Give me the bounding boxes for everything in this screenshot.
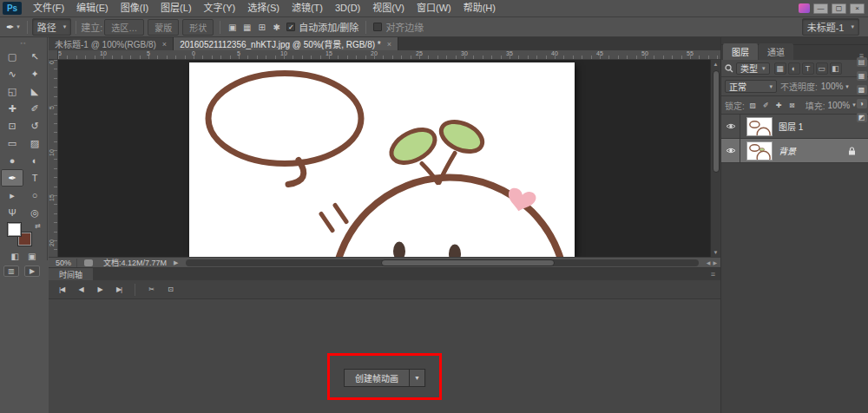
dock-history-panel-icon[interactable]: ▤ <box>857 57 867 67</box>
document-preset-select[interactable]: 未标题-1 ▾ <box>802 18 859 36</box>
scroll-left-icon[interactable]: ◀ <box>707 259 711 266</box>
previous-frame-button[interactable]: ◀ <box>71 282 90 298</box>
menu-item[interactable]: 3D(D) <box>329 0 366 16</box>
spot-healing-tool-icon[interactable]: ✚ <box>1 100 23 117</box>
split-clip-icon[interactable]: ✂ <box>141 282 161 298</box>
blend-mode-select[interactable]: 正常 ▾ <box>725 80 777 93</box>
document-tab[interactable]: 20160521112356_nhKTJ.jpg @ 50%(背景, RGB/8… <box>174 37 398 50</box>
opacity-field[interactable]: 100% ▾ <box>821 82 849 91</box>
timeline-menu-icon[interactable]: ≡ <box>711 268 720 280</box>
panel-tab[interactable]: 图层 <box>723 43 758 60</box>
zoom-tool-icon[interactable]: ◎ <box>23 204 46 221</box>
fill-field[interactable]: 100% ▾ <box>828 101 856 110</box>
canvas-pasteboard[interactable] <box>58 60 710 257</box>
align-edges-checkbox[interactable] <box>373 23 382 31</box>
restore-button[interactable]: ▢ <box>832 3 846 14</box>
history-brush-tool-icon[interactable]: ↺ <box>23 117 46 134</box>
menu-item[interactable]: 图像(I) <box>115 0 155 16</box>
path-operations-icon[interactable]: ▣ <box>225 20 240 34</box>
layer-row-layer1[interactable]: 图层 1 <box>721 115 868 139</box>
status-flyout-icon[interactable]: ▶ <box>174 259 178 266</box>
visibility-eye-icon[interactable] <box>721 139 740 162</box>
tool-mode-select[interactable]: 路径 ▾ <box>32 18 72 36</box>
filter-type-select[interactable]: 类型 ▾ <box>736 62 770 75</box>
make-selection-button[interactable]: 选区… <box>104 19 144 36</box>
panel-tab[interactable]: 通道 <box>759 43 793 60</box>
tool-preset-picker[interactable]: ✒ ▾ <box>3 22 23 33</box>
dock-styles-panel-icon[interactable]: ◩ <box>857 113 867 122</box>
layer-name[interactable]: 背景 <box>779 144 796 157</box>
menu-item[interactable]: 文件(F) <box>27 0 70 16</box>
zoom-level-field[interactable]: 50% <box>50 259 77 267</box>
quick-selection-tool-icon[interactable]: ✦ <box>23 65 46 82</box>
timeline-tab[interactable]: 时间轴 <box>49 268 93 280</box>
menu-item[interactable]: 视图(V) <box>366 0 411 16</box>
filter-shape-layers-icon[interactable]: ▭ <box>816 62 828 75</box>
layer-row-background[interactable]: 背景 <box>721 139 868 163</box>
path-alignment-icon[interactable]: ▦ <box>240 20 254 34</box>
panel-grip[interactable]: ▪▪ <box>0 37 47 48</box>
type-tool-icon[interactable]: T <box>23 169 46 187</box>
dock-color-panel-icon[interactable]: ▦ <box>857 71 867 81</box>
auto-add-delete-checkbox[interactable]: ✓ <box>286 23 295 31</box>
lock-pixels-icon[interactable]: ✐ <box>760 100 772 111</box>
dock-adjustments-panel-icon[interactable]: ◑ <box>857 99 867 108</box>
menu-item[interactable]: 编辑(E) <box>70 0 115 16</box>
lock-transparency-icon[interactable]: ▨ <box>747 100 759 111</box>
menu-item[interactable]: 滤镜(T) <box>286 0 329 16</box>
move-tool-icon[interactable]: ↖ <box>23 48 46 65</box>
vertical-scroll-thumb[interactable] <box>713 70 720 173</box>
quick-mask-icon[interactable]: ◧ <box>11 252 19 261</box>
menu-item[interactable]: 帮助(H) <box>457 0 502 16</box>
document-tab[interactable]: 未标题-1 @ 100%(RGB/8) × <box>49 37 174 50</box>
visibility-eye-icon[interactable] <box>721 115 740 138</box>
horizontal-scroll-thumb[interactable] <box>381 259 556 266</box>
brush-tool-icon[interactable]: ✐ <box>23 100 46 117</box>
menu-item[interactable]: 图层(L) <box>155 0 197 16</box>
swap-colors-icon[interactable]: ⇄ <box>35 222 41 230</box>
clone-stamp-tool-icon[interactable]: ⊡ <box>1 117 23 134</box>
dock-swatches-panel-icon[interactable]: ▩ <box>857 85 867 95</box>
lock-all-icon[interactable]: ⊠ <box>786 100 798 111</box>
filter-adjustment-layers-icon[interactable]: ◐ <box>788 62 800 75</box>
menu-item[interactable]: 文字(Y) <box>198 0 242 16</box>
close-icon[interactable]: × <box>387 40 391 49</box>
ellipse-tool-icon[interactable]: ○ <box>23 187 46 204</box>
canvas-image[interactable] <box>189 62 575 257</box>
transition-icon[interactable]: ⊡ <box>161 282 180 298</box>
path-arrange-icon[interactable]: ⊞ <box>254 20 269 34</box>
dodge-tool-icon[interactable]: ◐ <box>23 152 46 169</box>
filter-smart-objects-icon[interactable]: ◧ <box>830 62 842 75</box>
filter-type-layers-icon[interactable]: T <box>802 62 814 75</box>
scroll-up-icon[interactable]: ▲ <box>711 60 720 69</box>
rectangular-marquee-tool-icon[interactable]: ▢ <box>1 48 23 65</box>
blur-tool-icon[interactable]: ● <box>1 152 23 169</box>
crop-tool-icon[interactable]: ◱ <box>1 82 23 100</box>
foreground-color-swatch[interactable] <box>8 223 21 236</box>
layer-name[interactable]: 图层 1 <box>779 120 803 133</box>
eyedropper-tool-icon[interactable]: ◣ <box>23 82 46 100</box>
lasso-tool-icon[interactable]: ∿ <box>1 65 23 82</box>
minimize-button[interactable]: — <box>813 3 828 14</box>
hand-tool-icon[interactable]: Ψ <box>1 204 23 221</box>
path-selection-tool-icon[interactable]: ▸ <box>1 187 23 204</box>
scroll-down-icon[interactable]: ▼ <box>711 248 720 257</box>
gradient-tool-icon[interactable]: ▨ <box>23 134 46 152</box>
dock-mini-bridge-icon[interactable]: ▥ <box>3 266 19 277</box>
lock-position-icon[interactable]: ✚ <box>773 100 785 111</box>
pen-tool-icon[interactable]: ✒ <box>1 169 23 187</box>
menu-item[interactable]: 窗口(W) <box>411 0 457 16</box>
gear-icon[interactable]: ✱ <box>269 20 284 34</box>
vertical-scrollbar[interactable]: ▲ ▼ <box>710 60 720 257</box>
menu-item[interactable]: 选择(S) <box>241 0 286 16</box>
eraser-tool-icon[interactable]: ▭ <box>1 134 23 152</box>
dock-timeline-panel-icon[interactable]: ▶ <box>24 266 40 277</box>
filter-pixel-layers-icon[interactable]: ▦ <box>774 62 786 75</box>
make-shape-button[interactable]: 形状 <box>182 19 214 36</box>
horizontal-scrollbar[interactable] <box>186 259 698 266</box>
close-button[interactable]: × <box>850 3 865 14</box>
layer-thumbnail[interactable] <box>746 141 773 161</box>
close-icon[interactable]: × <box>162 40 167 49</box>
make-mask-button[interactable]: 蒙版 <box>148 19 179 36</box>
next-frame-button[interactable]: ▶| <box>109 282 128 298</box>
